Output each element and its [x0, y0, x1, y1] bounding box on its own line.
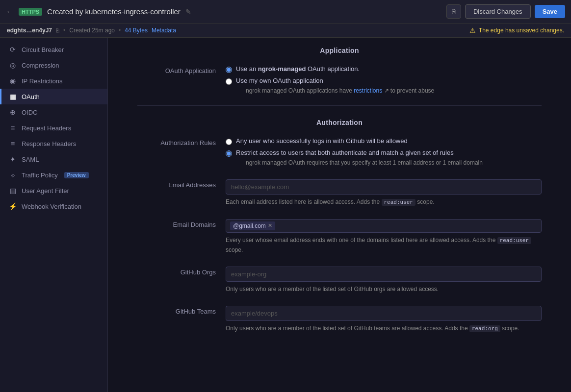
authorization-section-heading: Authorization: [108, 110, 571, 131]
github-teams-row: GitHub Teams Only users who are a member…: [137, 300, 542, 340]
sidebar-item-response-headers[interactable]: ≡ Response Headers: [0, 136, 107, 151]
copy-button[interactable]: ⎘: [446, 4, 461, 19]
sidebar-item-user-agent-filter[interactable]: ▤ User Agent Filter: [0, 183, 107, 198]
sidebar-label: OAuth: [22, 93, 40, 100]
request-headers-icon: ≡: [8, 124, 17, 132]
radio-restrict[interactable]: [226, 150, 232, 157]
radio-any-user-label: Any user who successfully logs in with G…: [236, 137, 408, 145]
sidebar-label: Compression: [22, 62, 59, 69]
main-layout: ⟳ Circuit Breaker ◎ Compression ◉ IP Res…: [0, 38, 571, 392]
sidebar-label: Request Headers: [22, 124, 71, 132]
authorization-section: Authorization Rules Any user who success…: [108, 131, 571, 339]
github-orgs-label: GitHub Orgs: [137, 267, 216, 276]
email-domains-code: read:user: [497, 237, 531, 244]
page-title: Created by kubernetes-ingress-controller…: [47, 7, 446, 16]
discard-button[interactable]: Discard Changes: [465, 4, 531, 19]
authorization-rules-row: Authorization Rules Any user who success…: [137, 131, 542, 173]
sidebar-label: User Agent Filter: [22, 187, 69, 195]
oauth-application-section: OAuth Application Use an ngrok-managed O…: [108, 59, 571, 101]
oauth-application-row: OAuth Application Use an ngrok-managed O…: [137, 59, 542, 101]
github-teams-code: read:org: [469, 325, 500, 332]
read-user-code: read:user: [382, 199, 415, 206]
email-domains-row: Email Domains @gmail.com ✕ Every user wh…: [137, 213, 542, 261]
github-orgs-controls: Only users who are a member of the liste…: [226, 267, 542, 294]
metadata-link[interactable]: Metadata: [152, 27, 176, 34]
ip-restrictions-icon: ◉: [8, 77, 17, 85]
email-domains-text-input[interactable]: [278, 222, 537, 229]
sidebar-label: IP Restrictions: [22, 77, 63, 85]
copy-id-icon[interactable]: ⎘: [56, 27, 59, 33]
sidebar-item-saml[interactable]: ✦ SAML: [0, 151, 107, 167]
webhook-verification-icon: ⚡: [8, 202, 17, 210]
section-divider-1: [137, 105, 542, 106]
radio-any-user[interactable]: [226, 139, 232, 145]
authorization-rules-radio-group: Any user who successfully logs in with G…: [226, 137, 542, 168]
created-time: Created 25m ago: [69, 27, 115, 34]
sidebar-label: Circuit Breaker: [22, 46, 64, 53]
radio-ngrok-managed[interactable]: [226, 67, 232, 73]
sidebar-item-circuit-breaker[interactable]: ⟳ Circuit Breaker: [0, 42, 107, 57]
save-button[interactable]: Save: [535, 5, 565, 18]
content-area: Application OAuth Application Use an ngr…: [108, 38, 571, 392]
oauth-application-controls: Use an ngrok-managed OAuth application. …: [226, 65, 542, 96]
radio-restrict-row: Restrict access to users that both authe…: [226, 149, 542, 168]
radio-ngrok-managed-label: Use an ngrok-managed OAuth application.: [236, 65, 360, 73]
sidebar-label: SAML: [22, 156, 39, 163]
oidc-icon: ⊕: [8, 108, 17, 116]
github-orgs-input[interactable]: [226, 267, 542, 282]
sidebar-item-ip-restrictions[interactable]: ◉ IP Restrictions: [0, 73, 107, 89]
sidebar-item-traffic-policy[interactable]: ⟐ Traffic Policy Preview: [0, 167, 107, 183]
sidebar-item-oauth[interactable]: ▦ OAuth: [0, 89, 107, 104]
compression-icon: ◎: [8, 61, 17, 69]
sidebar-label: OIDC: [22, 109, 38, 116]
oauth-icon: ▦: [8, 93, 17, 100]
saml-icon: ✦: [8, 155, 17, 163]
sidebar-item-webhook-verification[interactable]: ⚡ Webhook Verification: [0, 198, 107, 214]
edge-id: edghts…en4yJ7: [7, 27, 52, 34]
radio-ngrok-managed-row: Use an ngrok-managed OAuth application.: [226, 65, 542, 73]
warning-icon: ⚠: [469, 26, 476, 34]
edit-title-icon[interactable]: ✎: [185, 8, 191, 16]
application-section-heading: Application: [108, 38, 571, 59]
managed-note: ngrok managed OAuth applications have re…: [246, 86, 434, 96]
traffic-policy-icon: ⟐: [8, 171, 17, 179]
bytes-count: 44 Bytes: [125, 27, 148, 34]
sidebar-item-request-headers[interactable]: ≡ Request Headers: [0, 120, 107, 136]
radio-any-user-row: Any user who successfully logs in with G…: [226, 137, 542, 145]
oauth-application-label: OAuth Application: [137, 65, 216, 74]
back-button[interactable]: ←: [6, 7, 14, 16]
email-domains-desc: Every user whose email address ends with…: [226, 236, 542, 255]
authorization-rules-label: Authorization Rules: [137, 137, 216, 147]
email-addresses-desc: Each email address listed here is allowe…: [226, 197, 542, 207]
sidebar-item-compression[interactable]: ◎ Compression: [0, 57, 107, 73]
email-domains-tag-input[interactable]: @gmail.com ✕: [226, 219, 542, 233]
gmail-com-tag: @gmail.com ✕: [230, 221, 275, 230]
github-teams-desc: Only users who are a member of the liste…: [226, 324, 542, 334]
radio-own-app-row: Use my own OAuth application ngrok manag…: [226, 77, 542, 96]
https-badge: HTTPS: [19, 8, 42, 16]
authorization-rules-controls: Any user who successfully logs in with G…: [226, 137, 542, 168]
unsaved-warning: ⚠ The edge has unsaved changes.: [469, 26, 564, 34]
topbar-actions: ⎘ Discard Changes Save: [446, 4, 565, 19]
email-addresses-input[interactable]: [226, 179, 542, 195]
github-teams-controls: Only users who are a member of the liste…: [226, 306, 542, 334]
email-addresses-row: Email Addresses Each email address liste…: [137, 173, 542, 213]
sidebar-label: Response Headers: [22, 140, 76, 147]
github-teams-input[interactable]: [226, 306, 542, 321]
user-agent-filter-icon: ▤: [8, 187, 17, 195]
circuit-breaker-icon: ⟳: [8, 46, 17, 53]
warning-text: The edge has unsaved changes.: [479, 27, 564, 34]
sidebar-item-oidc[interactable]: ⊕ OIDC: [0, 104, 107, 120]
sidebar-label: Traffic Policy: [22, 172, 58, 179]
email-domains-label: Email Domains: [137, 219, 216, 228]
restrict-note: ngrok managed OAuth requires that you sp…: [246, 158, 483, 168]
github-orgs-row: GitHub Orgs Only users who are a member …: [137, 261, 542, 300]
sidebar-label: Webhook Verification: [22, 203, 81, 210]
preview-badge: Preview: [64, 172, 89, 178]
remove-tag-button[interactable]: ✕: [268, 222, 272, 229]
radio-restrict-label: Restrict access to users that both authe…: [236, 149, 454, 156]
radio-own-app[interactable]: [226, 78, 232, 85]
email-domains-controls: @gmail.com ✕ Every user whose email addr…: [226, 219, 542, 255]
email-addresses-label: Email Addresses: [137, 179, 216, 189]
restrictions-link[interactable]: restrictions: [354, 87, 382, 94]
